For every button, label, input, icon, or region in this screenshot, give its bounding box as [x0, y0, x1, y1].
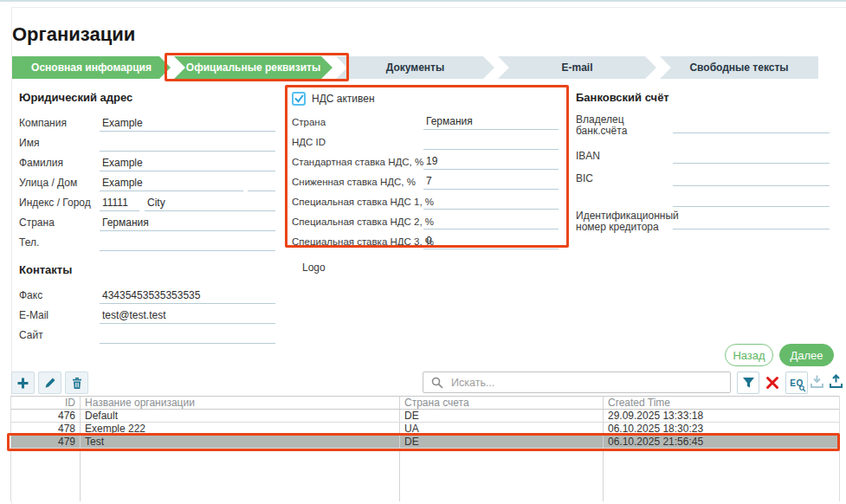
- website-field[interactable]: [100, 330, 275, 344]
- field-row-email: E-Mail test@test.test: [19, 304, 275, 324]
- vat-special1-field[interactable]: [423, 196, 559, 210]
- tab-free-texts[interactable]: Свободные тексты: [660, 56, 818, 79]
- email-field[interactable]: test@test.test: [100, 309, 275, 324]
- cell-id: 476: [11, 410, 81, 422]
- field-row-last-name: Фамилия Example: [19, 152, 275, 171]
- vat-country-field[interactable]: Германия: [423, 115, 559, 130]
- red-x-icon: [765, 376, 779, 390]
- vat-special3-field[interactable]: 0: [423, 235, 559, 249]
- account-owner-label: Владелец банк.счёта: [576, 114, 673, 139]
- back-button[interactable]: Назад: [725, 344, 773, 366]
- zip-field[interactable]: 11111: [100, 197, 139, 211]
- filter-button[interactable]: [737, 372, 759, 394]
- iban-label: IBAN: [576, 151, 673, 164]
- tab-official-details[interactable]: Официальные реквизиты: [174, 56, 333, 79]
- house-field[interactable]: [248, 178, 275, 191]
- page-title: Организации: [12, 23, 135, 46]
- edit-button[interactable]: [38, 372, 61, 394]
- funnel-icon: [742, 377, 755, 389]
- field-row-street: Улица / Дом Example: [19, 171, 275, 191]
- pencil-icon: [44, 377, 56, 389]
- field-row-website: Сайт: [19, 324, 275, 344]
- bank-extra-field[interactable]: [673, 193, 830, 207]
- tab-email[interactable]: E-mail: [498, 56, 656, 79]
- magnifier-icon: [431, 377, 443, 389]
- contacts-title: Контакты: [19, 263, 275, 276]
- vat-special3-label: Специальная ставка НДС 3, %: [292, 236, 423, 249]
- first-name-label: Имя: [19, 137, 100, 152]
- city-field[interactable]: City: [145, 197, 275, 211]
- vat-reduced-field[interactable]: 7: [423, 175, 559, 190]
- creditor-id-label: Идентификационный номер кредитора: [576, 210, 673, 236]
- search-placeholder: Искать...: [451, 377, 494, 389]
- column-header-country[interactable]: Страна счета: [400, 397, 604, 409]
- cell-created: 06.10.2025 18:30:23: [604, 423, 839, 435]
- vat-special2-field[interactable]: [423, 216, 559, 229]
- window-top-edge: [0, 0, 846, 2]
- zip-city-label: Индекс / Город: [19, 197, 100, 211]
- cell-country: UA: [400, 423, 604, 435]
- vat-id-field[interactable]: [423, 136, 559, 150]
- bic-label: BIC: [576, 173, 673, 186]
- tab-documents[interactable]: Документы: [336, 56, 494, 79]
- field-row-vat-special3: Специальная ставка НДС 3, % 0: [292, 229, 559, 249]
- legal-address-title: Юридический адрес: [19, 91, 275, 104]
- cell-name: Test: [81, 436, 400, 448]
- legal-address-section: Юридический адрес Компания Example Имя Ф…: [19, 91, 275, 344]
- vat-reduced-label: Сниженная ставка НДС, %: [292, 177, 423, 190]
- fax-field[interactable]: 43435453535353535: [100, 289, 275, 304]
- checkmark-icon: [294, 94, 304, 103]
- creditor-id-field[interactable]: [673, 216, 830, 229]
- column-header-created[interactable]: Created Time: [604, 397, 839, 409]
- tray-up-icon: [829, 374, 843, 389]
- table-row[interactable]: 479 Test DE 06.10.2025 21:56:45: [11, 436, 839, 449]
- vat-standard-field[interactable]: 19: [423, 155, 559, 170]
- bank-extra-label: [576, 204, 673, 207]
- delete-button[interactable]: [65, 372, 88, 394]
- table-header-row: ID Название организации Страна счета Cre…: [11, 396, 839, 410]
- vat-section: НДС активен Страна Германия НДС ID Станд…: [292, 89, 559, 274]
- phone-label: Тел.: [19, 236, 100, 251]
- street-field[interactable]: Example: [100, 177, 243, 191]
- trash-icon: [71, 377, 83, 390]
- field-row-iban: IBAN: [576, 141, 830, 164]
- search-input[interactable]: Искать...: [423, 372, 731, 393]
- cell-country: DE: [400, 410, 604, 422]
- bic-field[interactable]: [673, 172, 830, 186]
- iban-field[interactable]: [673, 150, 830, 164]
- column-header-id[interactable]: ID: [11, 397, 81, 409]
- account-owner-field[interactable]: [673, 120, 830, 133]
- plus-icon: [16, 377, 29, 390]
- country-field[interactable]: Германия: [100, 216, 275, 231]
- last-name-field[interactable]: Example: [100, 157, 275, 171]
- field-row-zip-city: Индекс / Город 11111 City: [19, 191, 275, 211]
- export-button[interactable]: [829, 374, 843, 389]
- table-row[interactable]: 478 Exemple 222 UA 06.10.2025 18:30:23: [11, 423, 839, 436]
- vat-id-label: НДС ID: [292, 137, 423, 150]
- vat-active-row: НДС активен: [292, 89, 559, 108]
- import-button[interactable]: [810, 374, 824, 389]
- vat-active-checkbox[interactable]: [292, 92, 306, 106]
- table-row[interactable]: 476 Default DE 29.09.2025 13:33:18: [11, 410, 839, 423]
- mini-magnifier-icon: [799, 385, 806, 392]
- company-label: Компания: [19, 117, 100, 132]
- next-button[interactable]: Далее: [779, 344, 834, 366]
- wizard-tab-bar: Основная инфомарция Официальные реквизит…: [12, 56, 818, 79]
- field-row-company: Компания Example: [19, 112, 275, 132]
- add-button[interactable]: [11, 372, 35, 394]
- website-label: Сайт: [19, 329, 100, 344]
- column-header-name[interactable]: Название организации: [81, 397, 400, 409]
- advanced-search-button[interactable]: EQ: [785, 372, 808, 394]
- tab-main-info[interactable]: Основная инфомарция: [12, 56, 171, 79]
- clear-filter-button[interactable]: [761, 372, 784, 394]
- cell-name: Exemple 222: [81, 423, 400, 435]
- cell-created: 06.10.2025 21:56:45: [604, 436, 839, 448]
- company-field[interactable]: Example: [100, 117, 275, 132]
- field-row-account-owner: Владелец банк.счёта: [576, 112, 830, 141]
- field-row-first-name: Имя: [19, 132, 275, 152]
- cell-country: DE: [400, 436, 604, 448]
- phone-field[interactable]: [100, 237, 275, 251]
- first-name-field[interactable]: [100, 138, 275, 152]
- organizations-table: ID Название организации Страна счета Cre…: [10, 396, 840, 501]
- field-row-fax: Факс 43435453535353535: [19, 284, 275, 304]
